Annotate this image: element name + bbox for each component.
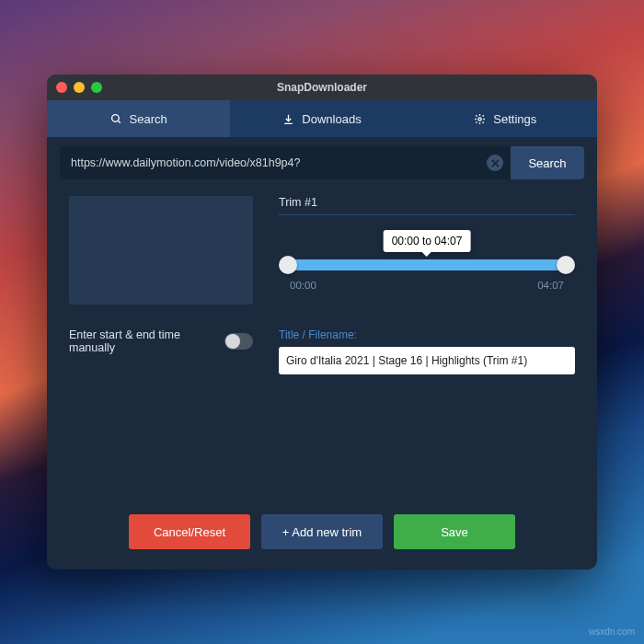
svg-line-1 <box>118 121 121 123</box>
tab-downloads[interactable]: Downloads <box>230 100 413 137</box>
filename-label: Title / Filename: <box>279 328 575 341</box>
app-window: SnapDownloader Search Downloads Settings <box>47 75 597 569</box>
tab-search[interactable]: Search <box>47 100 230 137</box>
maximize-window-button[interactable] <box>91 82 102 93</box>
app-title: SnapDownloader <box>47 81 597 94</box>
trim-slider[interactable]: 00:00 to 04:07 00:00 04:07 <box>279 234 575 291</box>
trim-tooltip: 00:00 to 04:07 <box>384 230 471 252</box>
close-window-button[interactable] <box>56 82 67 93</box>
url-input[interactable] <box>60 146 511 179</box>
trim-section-title: Trim #1 <box>279 196 575 215</box>
search-button[interactable]: Search <box>511 146 584 179</box>
svg-point-2 <box>478 117 481 120</box>
tooltip-sep: to <box>420 235 435 247</box>
add-trim-button[interactable]: + Add new trim <box>261 514 383 549</box>
manual-time-label: Enter start & end time manually <box>69 328 213 354</box>
watermark: wsxdn.com <box>589 627 635 637</box>
tooltip-end: 04:07 <box>434 235 462 247</box>
content-area: Trim #1 00:00 to 04:07 00:00 04:07 <box>47 179 597 569</box>
slider-handle-start[interactable] <box>279 256 297 274</box>
url-bar: Search <box>60 146 584 179</box>
toggle-knob <box>225 334 240 349</box>
tab-settings[interactable]: Settings <box>414 100 597 137</box>
search-icon <box>110 113 122 125</box>
cancel-button[interactable]: Cancel/Reset <box>129 514 250 549</box>
traffic-lights <box>56 82 102 93</box>
slider-start-label: 00:00 <box>290 280 316 291</box>
download-icon <box>282 113 294 125</box>
svg-point-0 <box>111 114 119 121</box>
titlebar: SnapDownloader <box>47 75 597 100</box>
save-button[interactable]: Save <box>394 514 515 549</box>
tooltip-start: 00:00 <box>392 235 420 247</box>
search-button-label: Search <box>528 156 566 170</box>
tab-settings-label: Settings <box>493 112 536 126</box>
main-tabs: Search Downloads Settings <box>47 100 597 137</box>
tab-downloads-label: Downloads <box>302 112 361 126</box>
minimize-window-button[interactable] <box>74 82 85 93</box>
filename-input[interactable] <box>279 347 575 374</box>
slider-track[interactable] <box>288 259 566 270</box>
slider-handle-end[interactable] <box>557 256 575 274</box>
manual-time-toggle[interactable] <box>224 333 253 350</box>
clear-url-button[interactable] <box>487 155 503 171</box>
video-thumbnail <box>69 196 253 305</box>
slider-end-label: 04:07 <box>537 280 564 291</box>
footer-buttons: Cancel/Reset + Add new trim Save <box>69 514 575 569</box>
gear-icon <box>474 113 486 125</box>
close-icon <box>491 159 500 167</box>
tab-search-label: Search <box>130 112 167 126</box>
